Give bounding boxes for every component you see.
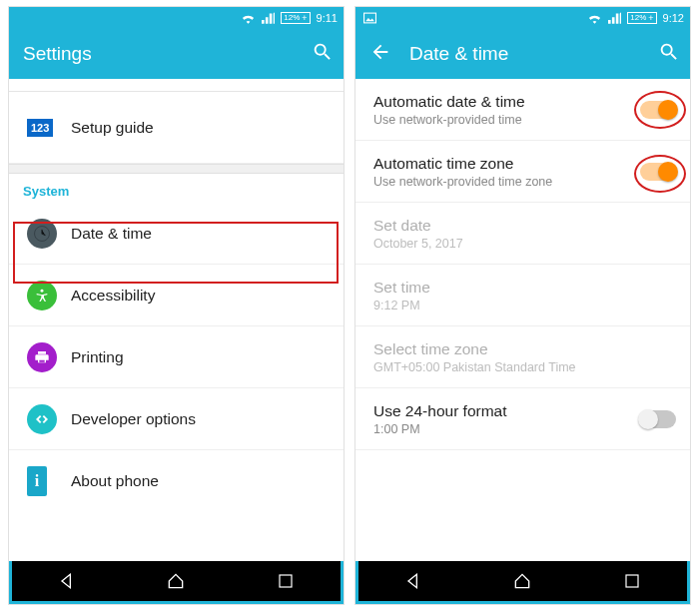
list-item-label: Date & time (71, 225, 330, 243)
clock-icon (27, 219, 57, 249)
appbar-title: Date & time (409, 43, 658, 65)
row-subtitle: Use network-provided time (373, 113, 640, 127)
row-title: Set time (373, 279, 676, 297)
row-developer-options[interactable]: Developer options (9, 388, 344, 450)
nav-home-button[interactable] (502, 566, 542, 596)
row-auto-date-time[interactable]: Automatic date & time Use network-provid… (355, 79, 690, 141)
app-bar: Settings (9, 29, 344, 79)
row-auto-time-zone[interactable]: Automatic time zone Use network-provided… (355, 141, 690, 203)
printing-icon (27, 342, 57, 372)
app-bar: Date & time (355, 29, 690, 79)
row-title: Set date (373, 217, 676, 235)
search-icon[interactable] (658, 41, 680, 67)
row-24h-format[interactable]: Use 24-hour format 1:00 PM (355, 388, 690, 450)
phone-settings: 12%+ 9:11 Settings 123 Setup guide Syste (8, 6, 345, 605)
signal-icon (262, 12, 275, 24)
row-subtitle: 9:12 PM (373, 299, 676, 312)
list-item-label: Developer options (71, 410, 330, 428)
image-icon (363, 12, 376, 24)
row-date-time[interactable]: Date & time (9, 203, 344, 265)
list-item-label: Setup guide (71, 119, 330, 137)
row-subtitle: GMT+05:00 Pakistan Standard Time (373, 360, 676, 374)
toggle-auto-time-zone[interactable] (640, 163, 676, 181)
phone-date-time: 12%+ 9:12 Date & time Automatic date & t… (354, 6, 691, 605)
back-icon[interactable] (369, 41, 409, 67)
accessibility-icon (27, 281, 57, 310)
svg-rect-3 (364, 13, 376, 23)
row-subtitle: Use network-provided time zone (373, 175, 640, 189)
battery-percent: 12% (630, 14, 646, 22)
row-set-date: Set date October 5, 2017 (355, 203, 690, 265)
row-accessibility[interactable]: Accessibility (9, 265, 344, 326)
nav-home-button[interactable] (156, 566, 196, 596)
list-item-label: About phone (71, 472, 330, 490)
status-bar: 12%+ 9:11 (9, 7, 344, 29)
row-select-time-zone: Select time zone GMT+05:00 Pakistan Stan… (355, 326, 690, 388)
navigation-bar (12, 561, 341, 601)
nav-recent-button[interactable] (612, 566, 652, 596)
svg-point-1 (41, 289, 44, 292)
row-title: Automatic date & time (373, 93, 640, 111)
settings-content: 123 Setup guide System Date & time (9, 79, 344, 561)
battery-indicator: 12%+ (627, 12, 656, 24)
row-subtitle: October 5, 2017 (373, 237, 676, 251)
list-item-label: Accessibility (71, 287, 330, 305)
setup-guide-icon: 123 (27, 119, 53, 137)
wifi-icon (587, 12, 602, 24)
battery-indicator: 12%+ (281, 12, 310, 24)
row-set-time: Set time 9:12 PM (355, 265, 690, 326)
search-icon[interactable] (312, 41, 334, 67)
about-phone-icon: i (27, 466, 47, 496)
row-setup-guide[interactable]: 123 Setup guide (9, 92, 344, 164)
row-printing[interactable]: Printing (9, 326, 344, 388)
svg-rect-2 (280, 575, 292, 587)
row-about-phone[interactable]: i About phone (9, 450, 344, 512)
appbar-title: Settings (23, 43, 312, 65)
status-bar: 12%+ 9:12 (355, 7, 690, 29)
row-title: Use 24-hour format (373, 402, 640, 420)
section-header-system: System (9, 174, 344, 203)
nav-recent-button[interactable] (266, 566, 306, 596)
battery-percent: 12% (284, 14, 300, 22)
datetime-content: Automatic date & time Use network-provid… (355, 79, 690, 561)
nav-back-button[interactable] (393, 566, 433, 596)
section-divider (9, 164, 344, 174)
status-time: 9:11 (317, 12, 338, 24)
toggle-24h-format[interactable] (640, 410, 676, 428)
row-title: Automatic time zone (373, 155, 640, 173)
wifi-icon (241, 12, 256, 24)
navigation-bar (358, 561, 687, 601)
status-time: 9:12 (663, 12, 684, 24)
row-subtitle: 1:00 PM (373, 422, 640, 436)
developer-options-icon (27, 404, 57, 434)
svg-rect-4 (626, 575, 638, 587)
list-item-label: Printing (71, 348, 330, 366)
toggle-auto-date-time[interactable] (640, 101, 676, 119)
nav-back-button[interactable] (47, 566, 87, 596)
signal-icon (608, 12, 621, 24)
row-title: Select time zone (373, 340, 676, 358)
